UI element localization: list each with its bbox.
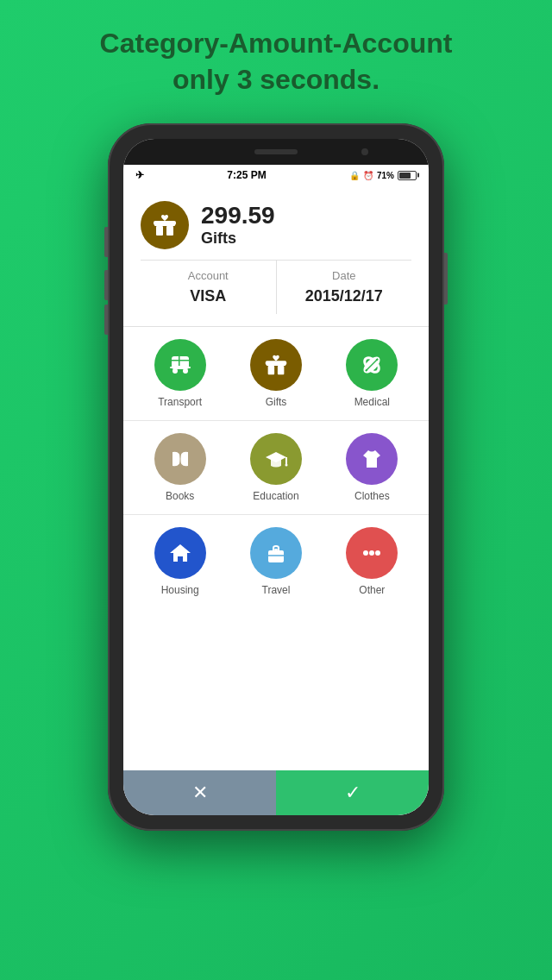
svg-rect-26 bbox=[274, 549, 278, 550]
category-transport[interactable]: Transport bbox=[141, 339, 219, 408]
housing-label: Housing bbox=[161, 584, 199, 596]
svg-rect-9 bbox=[170, 367, 191, 368]
phone-top-bar bbox=[123, 139, 429, 165]
app-screen: 299.59 Gifts Account VISA Date 2015/12/1… bbox=[123, 185, 429, 815]
svg-rect-8 bbox=[179, 356, 180, 366]
date-value: 2015/12/17 bbox=[277, 287, 412, 305]
svg-rect-11 bbox=[268, 366, 275, 374]
account-label: Account bbox=[141, 269, 276, 282]
svg-rect-2 bbox=[166, 226, 173, 236]
category-other[interactable]: Other bbox=[333, 527, 411, 596]
transport-label: Transport bbox=[158, 396, 202, 408]
gifts-label: Gifts bbox=[266, 396, 287, 408]
account-value: VISA bbox=[141, 287, 276, 305]
svg-point-28 bbox=[369, 550, 374, 556]
cancel-button[interactable]: ✕ bbox=[123, 770, 276, 815]
education-label: Education bbox=[253, 490, 298, 502]
svg-point-21 bbox=[285, 464, 287, 467]
date-col: Date 2015/12/17 bbox=[277, 261, 412, 314]
category-gifts[interactable]: Gifts bbox=[237, 339, 315, 408]
gifts-icon bbox=[250, 339, 302, 391]
account-col: Account VISA bbox=[141, 261, 277, 314]
headline-line2: only 3 seconds. bbox=[17, 62, 535, 98]
headline-line1: Category-Amount-Account bbox=[17, 26, 535, 62]
svg-point-6 bbox=[183, 368, 188, 374]
phone-screen: ✈ 7:25 PM 🔒 ⏰ 71% bbox=[123, 139, 429, 815]
svg-rect-13 bbox=[266, 361, 286, 366]
svg-rect-3 bbox=[154, 221, 176, 225]
transaction-category: Gifts bbox=[201, 229, 275, 248]
bottom-bar: ✕ ✓ bbox=[123, 770, 429, 815]
category-housing[interactable]: Housing bbox=[141, 527, 219, 596]
svg-rect-24 bbox=[268, 550, 284, 562]
category-row-1: Transport bbox=[123, 327, 429, 421]
svg-rect-12 bbox=[278, 366, 285, 374]
svg-rect-1 bbox=[156, 226, 163, 236]
books-icon bbox=[154, 433, 206, 485]
transaction-icon bbox=[141, 201, 189, 249]
clothes-icon bbox=[346, 433, 398, 485]
svg-point-27 bbox=[363, 550, 368, 556]
other-icon bbox=[346, 527, 398, 579]
confirm-icon: ✓ bbox=[345, 782, 361, 804]
lock-icon: 🔒 bbox=[349, 171, 360, 180]
transport-icon bbox=[154, 339, 206, 391]
phone-device: ✈ 7:25 PM 🔒 ⏰ 71% bbox=[108, 123, 444, 831]
status-time: 7:25 PM bbox=[227, 169, 266, 181]
category-books[interactable]: Books bbox=[141, 433, 219, 502]
confirm-button[interactable]: ✓ bbox=[276, 770, 429, 815]
travel-icon bbox=[250, 527, 302, 579]
date-label: Date bbox=[277, 269, 412, 282]
svg-rect-7 bbox=[172, 360, 189, 361]
cancel-icon: ✕ bbox=[192, 782, 208, 804]
svg-point-5 bbox=[172, 368, 178, 374]
books-label: Books bbox=[166, 490, 194, 502]
headline: Category-Amount-Account only 3 seconds. bbox=[0, 0, 552, 115]
medical-label: Medical bbox=[354, 396, 390, 408]
housing-icon bbox=[154, 527, 206, 579]
alarm-icon: ⏰ bbox=[363, 171, 373, 180]
svg-rect-23 bbox=[178, 556, 183, 562]
category-clothes[interactable]: Clothes bbox=[333, 433, 411, 502]
battery-percent: 71% bbox=[377, 171, 394, 180]
category-education[interactable]: Education bbox=[237, 433, 315, 502]
category-row-2: Books bbox=[123, 421, 429, 515]
category-travel[interactable]: Travel bbox=[237, 527, 315, 596]
category-medical[interactable]: Medical bbox=[333, 339, 411, 408]
status-bar: ✈ 7:25 PM 🔒 ⏰ 71% bbox=[123, 165, 429, 185]
transaction-card: 299.59 Gifts Account VISA Date 2015/12/1… bbox=[123, 185, 429, 327]
battery-icon bbox=[398, 171, 417, 180]
medical-icon bbox=[346, 339, 398, 391]
education-icon bbox=[250, 433, 302, 485]
travel-label: Travel bbox=[262, 584, 291, 596]
speaker bbox=[254, 149, 298, 154]
airplane-icon: ✈ bbox=[135, 169, 144, 181]
category-row-3: Housing bbox=[123, 515, 429, 608]
other-label: Other bbox=[359, 584, 385, 596]
svg-point-29 bbox=[375, 550, 380, 556]
transaction-amount: 299.59 bbox=[201, 204, 275, 228]
clothes-label: Clothes bbox=[354, 490, 390, 502]
camera bbox=[361, 148, 368, 155]
